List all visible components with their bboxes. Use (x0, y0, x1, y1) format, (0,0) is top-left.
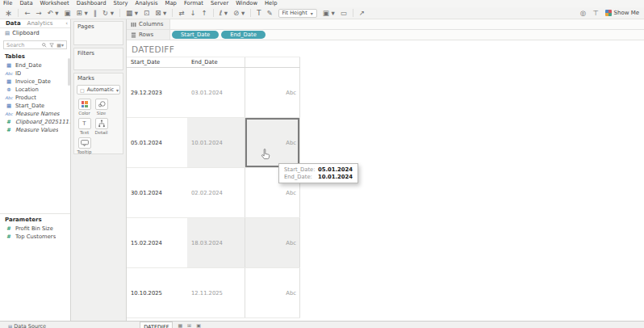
data-pane-tabs: Data Analytics ‹ (0, 19, 70, 28)
color-button[interactable] (78, 99, 91, 110)
parameter-item[interactable]: Profit Bin Size (0, 225, 70, 233)
mark-type-dropdown[interactable]: ▢ Automatic ▾ (77, 85, 120, 95)
swap-rows-columns-icon[interactable]: ⇄ (178, 8, 184, 19)
start-date-cell[interactable]: 29.12.2023 (127, 68, 187, 117)
menu-item[interactable]: Data (19, 0, 32, 7)
save-icon[interactable]: ▣ (65, 8, 71, 19)
mark-cell[interactable]: Abc (245, 68, 300, 117)
field-item[interactable]: End_Date (0, 61, 70, 69)
hash-icon (5, 233, 13, 241)
start-date-cell[interactable]: 05.01.2024 (127, 118, 187, 167)
parameters-header: Parameters (0, 214, 70, 225)
column-header-end-date[interactable]: End_Date (187, 57, 245, 67)
sort-descending-icon[interactable]: ↑ (202, 8, 207, 19)
fit-selector-icon[interactable]: ▣ ▾ (323, 8, 335, 19)
highlighter-toggle-icon[interactable]: ◎ (580, 8, 586, 19)
pages-shelf[interactable]: Pages (73, 21, 123, 45)
view-options-icon[interactable]: ▦▾ (56, 42, 64, 48)
format-icon[interactable]: ⊘ ▾ (233, 8, 245, 19)
menu-item[interactable]: Analysis (136, 0, 158, 7)
tooltip-command-icon[interactable]: ⊤ (592, 8, 598, 19)
format-pane-icon[interactable]: ✎ (266, 8, 272, 19)
menu-item[interactable]: Map (165, 0, 177, 7)
end-date-cell[interactable]: 02.02.2024 (187, 168, 245, 217)
datasource-item[interactable]: Clipboard (0, 28, 70, 37)
tab-data-source[interactable]: Data Source (5, 322, 49, 328)
menu-item[interactable]: File (3, 0, 12, 7)
menu-item[interactable]: Format (184, 0, 203, 7)
collapse-pane-icon[interactable]: ‹ (65, 20, 68, 27)
sheet-tabs-bar: Data Source DATEDIFF ▦ ⊞ ▣ (0, 321, 644, 328)
menu-item[interactable]: Worksheet (40, 0, 69, 7)
data-pane-scrollbar[interactable] (68, 58, 70, 86)
calendar-icon (5, 102, 13, 110)
refresh-data-icon[interactable]: ↻ ▾ (102, 8, 114, 19)
table-row: 05.01.2024 10.01.2024 Abc (127, 118, 300, 168)
end-date-cell[interactable]: 12.11.2025 (187, 268, 245, 317)
sort-ascending-icon[interactable]: ↓ (190, 8, 195, 19)
new-story-tab-icon[interactable]: ▣ (196, 322, 201, 328)
highlight-icon[interactable]: ℓ ▾ (220, 8, 228, 19)
new-worksheet-icon[interactable]: ▦ ▾ (126, 8, 138, 19)
detail-button[interactable] (95, 118, 108, 129)
tableau-logo-icon[interactable]: ∗ (5, 8, 12, 19)
text-button[interactable]: T (78, 118, 91, 129)
field-item[interactable]: Product (0, 94, 70, 102)
menu-item[interactable]: Server (211, 0, 228, 7)
size-button[interactable] (95, 99, 108, 110)
menu-item[interactable]: Dashboard (77, 0, 107, 7)
menu-item[interactable]: Help (265, 0, 278, 7)
parameter-item[interactable]: Top Customers (0, 233, 70, 241)
mark-cell[interactable]: Abc (245, 268, 300, 317)
menu-item[interactable]: Story (114, 0, 128, 7)
field-item[interactable]: Measure Values (0, 126, 70, 134)
toolbar-separator (172, 9, 173, 17)
field-item[interactable]: Clipboard_20251117T1... (0, 118, 70, 126)
field-item[interactable]: ID (0, 69, 70, 78)
column-header-start-date[interactable]: Start_Date (127, 57, 187, 67)
rows-shelf-pill[interactable]: End_Date (221, 31, 266, 39)
end-date-cell[interactable]: 18.03.2024 (187, 218, 245, 267)
rows-shelf-pill[interactable]: Start_Date (172, 31, 219, 39)
tab-analytics[interactable]: Analytics (24, 20, 56, 27)
add-data-source-icon[interactable]: ⊞ ▾ (77, 8, 88, 19)
field-item[interactable]: Measure Names (0, 110, 70, 118)
mark-cell[interactable]: Abc (245, 118, 300, 167)
undo-icon[interactable]: ↶ ▾ (47, 8, 58, 19)
field-item[interactable]: Invoice_Date (0, 78, 70, 86)
mark-cell[interactable]: Abc (245, 218, 300, 267)
columns-shelf[interactable]: Columns (127, 19, 644, 30)
end-date-cell[interactable]: 10.01.2024 (187, 118, 245, 167)
show-me-button[interactable]: Show Me (605, 10, 639, 16)
filters-shelf[interactable]: Filters (73, 48, 123, 70)
menu-item[interactable]: Window (236, 0, 257, 7)
sheet-title[interactable]: DATEDIFF (132, 44, 174, 54)
duplicate-sheet-icon[interactable]: ⊡ (144, 8, 149, 19)
tooltip-button[interactable] (78, 137, 91, 149)
search-box: ▦▾ (3, 40, 67, 49)
field-item[interactable]: Location (0, 86, 70, 94)
field-item[interactable]: Start_Date (0, 102, 70, 110)
tab-data[interactable]: Data (2, 20, 24, 27)
new-worksheet-tab-icon[interactable]: ▦ (178, 322, 182, 328)
fit-dropdown[interactable]: Fit Height ▾ (278, 9, 317, 18)
start-date-cell[interactable]: 10.10.2025 (127, 268, 187, 317)
clear-sheet-icon[interactable]: ⊠ ▾ (155, 8, 166, 19)
forward-icon[interactable]: → (36, 8, 41, 19)
show-mark-labels-icon[interactable]: T (257, 8, 261, 19)
back-icon[interactable]: ← (24, 8, 30, 19)
filter-icon[interactable] (49, 43, 54, 48)
search-input[interactable] (6, 42, 40, 48)
start-date-cell[interactable]: 30.01.2024 (127, 168, 187, 217)
end-date-cell[interactable]: 03.01.2024 (187, 68, 245, 117)
rows-shelf[interactable]: Rows Start_Date End_Date (127, 30, 644, 40)
start-date-cell[interactable]: 15.02.2024 (127, 218, 187, 267)
marks-card: Marks ▢ Automatic ▾ Color (73, 73, 123, 154)
tab-sheet-datediff[interactable]: DATEDIFF (140, 322, 173, 328)
share-icon[interactable]: ↗ (359, 8, 365, 19)
new-dashboard-tab-icon[interactable]: ⊞ (187, 322, 191, 328)
abc-icon (5, 110, 13, 118)
pause-auto-updates-icon[interactable]: ∥ (94, 8, 97, 19)
tooltip-label: Tooltip (77, 149, 92, 154)
presentation-mode-icon[interactable]: ▭ (341, 8, 347, 19)
